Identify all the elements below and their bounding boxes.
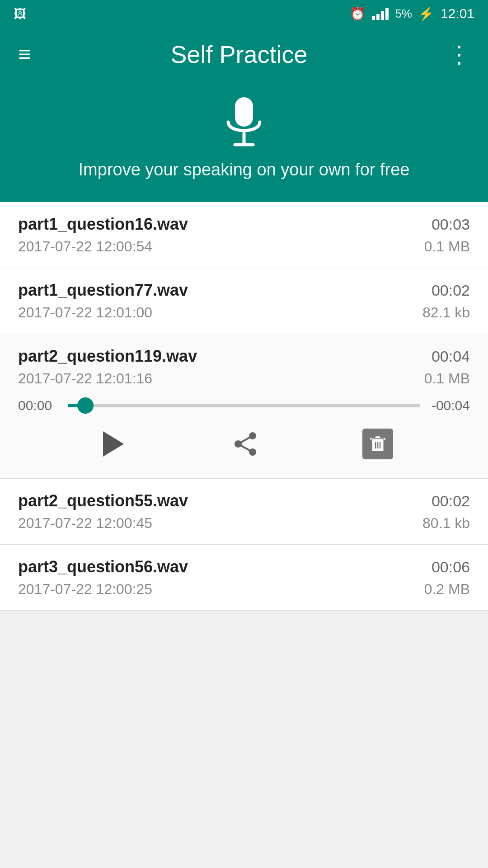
file-size: 82.1 kb: [422, 304, 470, 321]
file-list: part1_question16.wav 00:03 2017-07-22 12…: [0, 202, 488, 611]
file-name-row: part2_question55.wav 00:02: [18, 491, 470, 510]
battery-level: 5%: [395, 7, 412, 21]
file-meta: 2017-07-22 12:01:00 82.1 kb: [18, 304, 470, 321]
file-name: part1_question77.wav: [18, 281, 188, 300]
file-size: 0.2 MB: [424, 581, 470, 598]
battery-icon: ⚡: [418, 6, 434, 21]
status-bar-right: ⏰ 5% ⚡ 12:01: [350, 6, 474, 21]
file-date: 2017-07-22 12:00:25: [18, 581, 152, 598]
file-size: 0.1 MB: [424, 238, 470, 255]
file-duration: 00:03: [432, 216, 470, 233]
trash-icon: [369, 435, 387, 453]
page-title: Self Practice: [170, 40, 307, 68]
file-duration: 00:02: [432, 492, 470, 510]
list-item[interactable]: part1_question77.wav 00:02 2017-07-22 12…: [0, 268, 488, 334]
microphone-icon: [221, 95, 267, 151]
file-duration: 00:06: [432, 558, 470, 576]
file-size: 0.1 MB: [424, 370, 470, 387]
delete-button[interactable]: [362, 429, 393, 459]
current-time: 00:00: [18, 398, 59, 413]
share-button[interactable]: [228, 427, 263, 461]
file-name-row: part1_question16.wav 00:03: [18, 215, 470, 234]
list-item[interactable]: part1_question16.wav 00:03 2017-07-22 12…: [0, 202, 488, 268]
file-name-row: part1_question77.wav 00:02: [18, 281, 470, 300]
file-meta: 2017-07-22 12:00:25 0.2 MB: [18, 581, 470, 598]
file-meta: 2017-07-22 12:00:45 80.1 kb: [18, 515, 470, 532]
clock: 12:01: [441, 6, 474, 21]
toolbar: ≡ Self Practice ⋮: [0, 27, 488, 81]
file-size: 80.1 kb: [422, 515, 470, 532]
hero-section: Improve your speaking on your own for fr…: [0, 81, 488, 202]
seek-bar[interactable]: [68, 404, 420, 407]
status-bar-left: 🖼: [14, 6, 26, 21]
alarm-icon: ⏰: [350, 6, 366, 21]
play-button[interactable]: [95, 427, 128, 461]
seek-thumb[interactable]: [77, 397, 94, 414]
file-name: part3_question56.wav: [18, 557, 188, 576]
file-meta: 2017-07-22 12:01:16 0.1 MB: [18, 370, 470, 387]
file-meta: 2017-07-22 12:00:54 0.1 MB: [18, 238, 470, 255]
hamburger-menu-icon[interactable]: ≡: [18, 43, 31, 65]
list-item[interactable]: part2_question119.wav 00:04 2017-07-22 1…: [0, 334, 488, 479]
list-item[interactable]: part3_question56.wav 00:06 2017-07-22 12…: [0, 545, 488, 611]
file-duration: 00:04: [432, 348, 470, 365]
file-duration: 00:02: [432, 282, 470, 299]
signal-icon: [372, 7, 389, 20]
player-controls: 00:00 -00:04: [18, 398, 470, 466]
svg-line-6: [238, 436, 253, 444]
file-date: 2017-07-22 12:00:54: [18, 238, 152, 255]
file-name-row: part2_question119.wav 00:04: [18, 347, 470, 366]
file-name: part2_question55.wav: [18, 491, 188, 510]
remaining-time: -00:04: [429, 398, 470, 413]
file-date: 2017-07-22 12:01:16: [18, 370, 152, 387]
status-bar: 🖼 ⏰ 5% ⚡ 12:01: [0, 0, 488, 27]
image-icon: 🖼: [14, 6, 26, 21]
file-name: part2_question119.wav: [18, 347, 197, 366]
file-date: 2017-07-22 12:01:00: [18, 304, 152, 321]
more-options-icon[interactable]: ⋮: [447, 41, 470, 68]
svg-line-7: [238, 444, 253, 452]
file-date: 2017-07-22 12:00:45: [18, 515, 152, 532]
controls-row: [18, 422, 470, 466]
hero-subtitle: Improve your speaking on your own for fr…: [79, 160, 410, 179]
file-name: part1_question16.wav: [18, 215, 188, 234]
share-icon: [233, 431, 258, 457]
svg-rect-0: [235, 97, 253, 127]
list-item[interactable]: part2_question55.wav 00:02 2017-07-22 12…: [0, 479, 488, 545]
seek-row: 00:00 -00:04: [18, 398, 470, 413]
play-icon: [103, 431, 124, 457]
file-name-row: part3_question56.wav 00:06: [18, 557, 470, 576]
